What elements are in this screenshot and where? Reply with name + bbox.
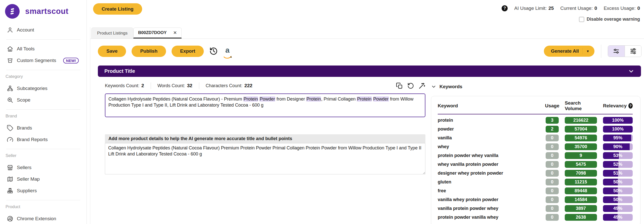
sidebar-item-brand-reports[interactable]: Brand Reports <box>0 134 87 145</box>
keyword-row[interactable]: designer whey protein powder0709851% <box>438 169 633 178</box>
sidebar-item-subcategories[interactable]: Subcategories <box>0 83 87 94</box>
relevancy-bar: 90% <box>603 143 633 150</box>
sidebar-item-chrome-extension[interactable]: Chrome Extension <box>0 213 87 224</box>
search-volume-badge: 9 <box>565 152 597 159</box>
words-count-label: Words Count: <box>157 83 185 88</box>
product-title-section-header: Product Title <box>98 66 641 77</box>
product-details-textarea[interactable] <box>105 143 425 174</box>
sidebar-item-label: Suppliers <box>17 188 37 194</box>
sidebar-item-seller-map[interactable]: Seller Map <box>0 173 87 185</box>
keyword-name: protein <box>438 118 539 123</box>
generate-all-button[interactable]: Generate All ▼ <box>544 46 594 57</box>
column-search-volume: Search Volume <box>565 100 597 111</box>
sidebar-section-label: Seller <box>0 153 87 158</box>
keywords-count-label: Keywords Count: <box>105 83 139 88</box>
usage-badge: 0 <box>546 196 559 203</box>
create-listing-button[interactable]: Create Listing <box>93 3 142 15</box>
usage-badge: 0 <box>546 214 559 221</box>
sidebar-item-label: Brands <box>17 125 32 131</box>
export-button[interactable]: Export <box>172 46 204 57</box>
relevancy-value: 51% <box>603 170 633 177</box>
keyword-row[interactable]: protein powder whey vanilla0953% <box>438 151 633 160</box>
view-toggle-advanced-sliders-icon[interactable] <box>625 46 641 57</box>
close-icon[interactable]: ✕ <box>173 30 177 36</box>
relevancy-bar: 50% <box>603 196 633 203</box>
chevron-down-icon[interactable]: ▼ <box>586 49 589 53</box>
excess-usage-value: 0 <box>637 6 640 11</box>
amazon-icon[interactable]: a <box>223 47 231 56</box>
ai-usage-cluster: ? AI Usage Limit: 25 Current Usage: 0 Ex… <box>502 5 640 11</box>
sidebar-item-brands[interactable]: Brands <box>0 122 87 134</box>
keywords-count-value: 2 <box>141 83 144 88</box>
keywords-table-body: protein3216622100%powder257004100%vanill… <box>438 116 633 222</box>
logo-text: smartscout <box>25 7 68 16</box>
excess-usage: Excess Usage: 0 <box>604 6 640 11</box>
help-icon[interactable]: ? <box>502 5 508 11</box>
chrome-icon <box>7 215 13 222</box>
keyword-row[interactable]: powder257004100% <box>438 125 633 134</box>
usage-badge: 0 <box>546 170 559 177</box>
relevancy-value: 53% <box>603 152 633 159</box>
relevancy-value: 95% <box>603 135 633 141</box>
search-volume-badge: 14584 <box>565 196 597 203</box>
regenerate-icon[interactable] <box>407 82 414 89</box>
usage-badge: 0 <box>546 135 559 141</box>
editor-icons <box>396 82 425 89</box>
magic-wand-icon[interactable] <box>419 82 425 89</box>
help-icon[interactable]: ? <box>628 103 633 109</box>
tab-product-listings[interactable]: Product Listings <box>91 27 133 39</box>
chevron-down-icon[interactable] <box>628 68 634 75</box>
sidebar-item-scope[interactable]: Scope <box>0 94 87 106</box>
publish-button[interactable]: Publish <box>132 46 166 57</box>
keyword-name: free <box>438 188 539 194</box>
relevancy-value: 100% <box>603 126 633 133</box>
keywords-title: Keywords <box>439 84 462 89</box>
column-keyword: Keyword <box>438 103 539 109</box>
keyword-row[interactable]: free08944850% <box>438 186 633 195</box>
usage-badge: 0 <box>546 152 559 159</box>
ai-usage-limit-value: 25 <box>548 6 554 11</box>
disable-overage-checkbox[interactable] <box>579 17 584 22</box>
relevancy-bar: 49% <box>603 214 633 221</box>
smartscout-logo-icon <box>5 4 20 19</box>
product-title-input[interactable]: Collagen Hydrolysate Peptides (Natural C… <box>105 93 425 117</box>
keyword-row[interactable]: protein3216622100% <box>438 116 633 125</box>
map-icon <box>7 176 13 182</box>
divider <box>582 48 583 54</box>
toolbar-right: Generate All ▼ <box>544 45 641 58</box>
search-volume-badge: 2638 <box>565 214 597 221</box>
sidebar-item-custom-segments[interactable]: Custom SegmentsNEW! <box>0 55 87 66</box>
keyword-row[interactable]: whey vanilla protein powder0547552% <box>438 160 633 169</box>
keyword-row[interactable]: vanilla05497695% <box>438 134 633 142</box>
tabstrip: Product Listings B00ZD7DOOY ✕ <box>90 27 644 39</box>
keywords-collapse-header[interactable]: Keywords <box>431 82 640 91</box>
sidebar-item-label: Custom Segments <box>17 58 56 63</box>
sidebar-item-account[interactable]: Account <box>0 24 87 36</box>
keyword-row[interactable]: protein powder vanilla whey0263849% <box>438 213 633 222</box>
highlighted-keyword: Powder <box>373 97 389 102</box>
new-badge: NEW! <box>63 58 79 63</box>
usage-badge: 3 <box>546 117 559 124</box>
tab-asin-b00zd7dooy[interactable]: B00ZD7DOOY ✕ <box>133 27 182 39</box>
history-icon[interactable] <box>209 47 218 55</box>
save-button[interactable]: Save <box>98 46 126 57</box>
keyword-row[interactable]: vanilla protein powder whey0389749% <box>438 204 633 213</box>
sidebar-item-suppliers[interactable]: Suppliers <box>0 185 87 197</box>
keyword-row[interactable]: vanilla whey protein powder01458450% <box>438 195 633 204</box>
keyword-row[interactable]: gluten01121550% <box>438 178 633 186</box>
sidebar-item-sellers[interactable]: Sellers <box>0 162 87 173</box>
sidebar-item-label: Brand Reports <box>17 137 48 142</box>
search-volume-badge: 89448 <box>565 187 597 194</box>
tab-frame: Product Listings B00ZD7DOOY ✕ Save Publi… <box>90 27 644 224</box>
relevancy-bar: 53% <box>603 152 633 159</box>
logo[interactable]: smartscout <box>0 0 87 24</box>
keyword-row[interactable]: whey03570090% <box>438 142 633 151</box>
sidebar-item-label: Sellers <box>17 165 31 170</box>
copy-icon[interactable] <box>396 82 403 89</box>
keyword-name: protein powder whey vanilla <box>438 153 539 158</box>
relevancy-value: 50% <box>603 187 633 194</box>
sidebar-item-all-tools[interactable]: All Tools <box>0 43 87 55</box>
title-editor-column: Keywords Count: 2 Words Count: 32 Charac… <box>105 81 425 174</box>
sidebar-item-label: Chrome Extension <box>17 216 56 221</box>
view-toggle-simple-sliders-icon[interactable] <box>608 46 625 57</box>
